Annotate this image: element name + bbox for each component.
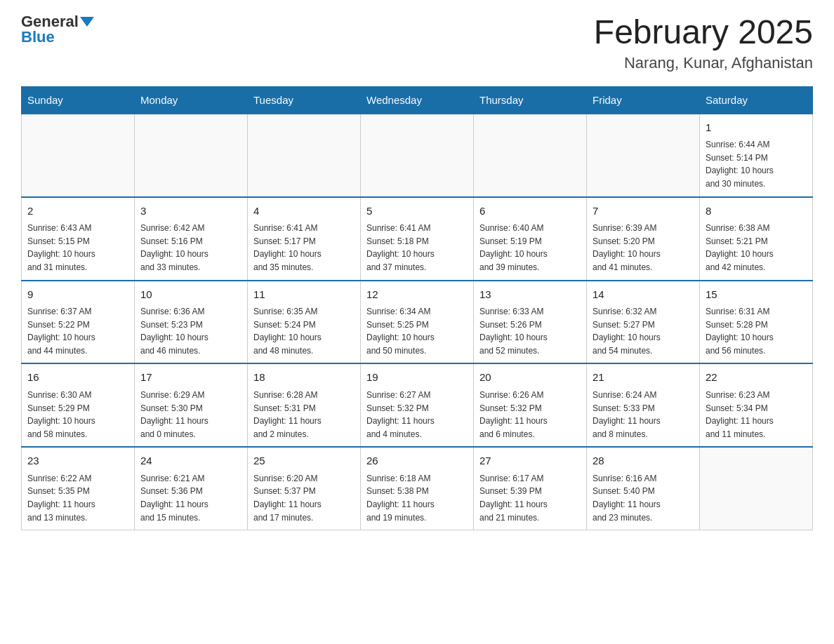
day-info: Sunrise: 6:20 AM Sunset: 5:37 PM Dayligh…	[253, 472, 355, 524]
weekday-header-saturday: Saturday	[700, 86, 813, 114]
day-number: 19	[366, 370, 468, 386]
weekday-header-sunday: Sunday	[22, 86, 135, 114]
day-info: Sunrise: 6:42 AM Sunset: 5:16 PM Dayligh…	[140, 222, 241, 274]
calendar-cell: 16Sunrise: 6:30 AM Sunset: 5:29 PM Dayli…	[22, 363, 135, 447]
calendar-cell	[22, 114, 135, 197]
day-number: 1	[706, 120, 807, 136]
page-header: General Blue February 2025 Narang, Kunar…	[21, 14, 813, 72]
logo-general-text: General	[21, 14, 79, 29]
calendar-cell: 4Sunrise: 6:41 AM Sunset: 5:17 PM Daylig…	[248, 197, 361, 281]
day-number: 28	[593, 453, 694, 469]
weekday-header-friday: Friday	[587, 86, 700, 114]
day-number: 7	[593, 203, 694, 220]
day-info: Sunrise: 6:21 AM Sunset: 5:36 PM Dayligh…	[140, 472, 241, 524]
calendar-table: SundayMondayTuesdayWednesdayThursdayFrid…	[21, 86, 813, 530]
day-info: Sunrise: 6:39 AM Sunset: 5:20 PM Dayligh…	[593, 222, 694, 274]
day-info: Sunrise: 6:18 AM Sunset: 5:38 PM Dayligh…	[366, 472, 468, 524]
day-info: Sunrise: 6:43 AM Sunset: 5:15 PM Dayligh…	[27, 222, 128, 274]
day-number: 25	[253, 453, 355, 469]
day-info: Sunrise: 6:30 AM Sunset: 5:29 PM Dayligh…	[27, 389, 128, 441]
day-info: Sunrise: 6:29 AM Sunset: 5:30 PM Dayligh…	[140, 389, 241, 441]
calendar-cell	[248, 114, 361, 197]
day-number: 11	[253, 287, 355, 303]
day-info: Sunrise: 6:41 AM Sunset: 5:18 PM Dayligh…	[366, 222, 468, 274]
calendar-cell: 9Sunrise: 6:37 AM Sunset: 5:22 PM Daylig…	[22, 281, 135, 364]
calendar-week-4: 16Sunrise: 6:30 AM Sunset: 5:29 PM Dayli…	[22, 363, 813, 447]
calendar-cell: 17Sunrise: 6:29 AM Sunset: 5:30 PM Dayli…	[135, 363, 248, 447]
day-info: Sunrise: 6:36 AM Sunset: 5:23 PM Dayligh…	[140, 305, 241, 357]
day-number: 23	[27, 453, 128, 469]
day-info: Sunrise: 6:41 AM Sunset: 5:17 PM Dayligh…	[253, 222, 355, 274]
day-info: Sunrise: 6:40 AM Sunset: 5:19 PM Dayligh…	[479, 222, 581, 274]
day-number: 15	[706, 287, 807, 303]
logo-blue-text: Blue	[21, 29, 55, 45]
weekday-header-tuesday: Tuesday	[248, 86, 361, 114]
day-info: Sunrise: 6:22 AM Sunset: 5:35 PM Dayligh…	[27, 472, 128, 524]
day-info: Sunrise: 6:23 AM Sunset: 5:34 PM Dayligh…	[706, 389, 807, 441]
title-block: February 2025 Narang, Kunar, Afghanistan	[594, 14, 813, 72]
calendar-cell: 24Sunrise: 6:21 AM Sunset: 5:36 PM Dayli…	[135, 447, 248, 530]
calendar-cell: 1Sunrise: 6:44 AM Sunset: 5:14 PM Daylig…	[700, 114, 813, 197]
day-number: 9	[27, 287, 128, 303]
calendar-cell: 11Sunrise: 6:35 AM Sunset: 5:24 PM Dayli…	[248, 281, 361, 364]
calendar-cell: 26Sunrise: 6:18 AM Sunset: 5:38 PM Dayli…	[361, 447, 474, 530]
weekday-header-row: SundayMondayTuesdayWednesdayThursdayFrid…	[22, 86, 813, 114]
day-info: Sunrise: 6:24 AM Sunset: 5:33 PM Dayligh…	[593, 389, 694, 441]
day-number: 2	[27, 203, 128, 220]
calendar-cell: 6Sunrise: 6:40 AM Sunset: 5:19 PM Daylig…	[474, 197, 587, 281]
calendar-cell	[587, 114, 700, 197]
day-info: Sunrise: 6:34 AM Sunset: 5:25 PM Dayligh…	[366, 305, 468, 357]
location-title: Narang, Kunar, Afghanistan	[594, 54, 813, 72]
calendar-week-1: 1Sunrise: 6:44 AM Sunset: 5:14 PM Daylig…	[22, 114, 813, 197]
logo-triangle-icon	[80, 17, 94, 27]
calendar-cell	[700, 447, 813, 530]
day-number: 3	[140, 203, 241, 220]
calendar-cell	[135, 114, 248, 197]
weekday-header-thursday: Thursday	[474, 86, 587, 114]
day-number: 13	[479, 287, 581, 303]
day-info: Sunrise: 6:32 AM Sunset: 5:27 PM Dayligh…	[593, 305, 694, 357]
calendar-cell: 23Sunrise: 6:22 AM Sunset: 5:35 PM Dayli…	[22, 447, 135, 530]
day-info: Sunrise: 6:31 AM Sunset: 5:28 PM Dayligh…	[706, 305, 807, 357]
day-number: 16	[27, 370, 128, 386]
calendar-cell	[361, 114, 474, 197]
day-number: 10	[140, 287, 241, 303]
calendar-cell: 27Sunrise: 6:17 AM Sunset: 5:39 PM Dayli…	[474, 447, 587, 530]
day-number: 5	[366, 203, 468, 220]
logo: General Blue	[21, 14, 94, 45]
day-number: 14	[593, 287, 694, 303]
day-info: Sunrise: 6:35 AM Sunset: 5:24 PM Dayligh…	[253, 305, 355, 357]
day-info: Sunrise: 6:27 AM Sunset: 5:32 PM Dayligh…	[366, 389, 468, 441]
calendar-week-5: 23Sunrise: 6:22 AM Sunset: 5:35 PM Dayli…	[22, 447, 813, 530]
calendar-cell: 12Sunrise: 6:34 AM Sunset: 5:25 PM Dayli…	[361, 281, 474, 364]
calendar-cell: 5Sunrise: 6:41 AM Sunset: 5:18 PM Daylig…	[361, 197, 474, 281]
calendar-cell	[474, 114, 587, 197]
day-info: Sunrise: 6:44 AM Sunset: 5:14 PM Dayligh…	[706, 138, 807, 190]
calendar-cell: 14Sunrise: 6:32 AM Sunset: 5:27 PM Dayli…	[587, 281, 700, 364]
calendar-cell: 28Sunrise: 6:16 AM Sunset: 5:40 PM Dayli…	[587, 447, 700, 530]
day-info: Sunrise: 6:33 AM Sunset: 5:26 PM Dayligh…	[479, 305, 581, 357]
day-info: Sunrise: 6:17 AM Sunset: 5:39 PM Dayligh…	[479, 472, 581, 524]
day-number: 12	[366, 287, 468, 303]
month-title: February 2025	[594, 14, 813, 51]
day-info: Sunrise: 6:37 AM Sunset: 5:22 PM Dayligh…	[27, 305, 128, 357]
day-number: 18	[253, 370, 355, 386]
day-number: 6	[479, 203, 581, 220]
day-number: 20	[479, 370, 581, 386]
day-number: 8	[706, 203, 807, 220]
calendar-cell: 3Sunrise: 6:42 AM Sunset: 5:16 PM Daylig…	[135, 197, 248, 281]
day-number: 26	[366, 453, 468, 469]
calendar-cell: 10Sunrise: 6:36 AM Sunset: 5:23 PM Dayli…	[135, 281, 248, 364]
calendar-cell: 13Sunrise: 6:33 AM Sunset: 5:26 PM Dayli…	[474, 281, 587, 364]
calendar-cell: 21Sunrise: 6:24 AM Sunset: 5:33 PM Dayli…	[587, 363, 700, 447]
calendar-cell: 8Sunrise: 6:38 AM Sunset: 5:21 PM Daylig…	[700, 197, 813, 281]
weekday-header-monday: Monday	[135, 86, 248, 114]
day-info: Sunrise: 6:26 AM Sunset: 5:32 PM Dayligh…	[479, 389, 581, 441]
calendar-cell: 2Sunrise: 6:43 AM Sunset: 5:15 PM Daylig…	[22, 197, 135, 281]
calendar-header: SundayMondayTuesdayWednesdayThursdayFrid…	[22, 86, 813, 114]
calendar-cell: 19Sunrise: 6:27 AM Sunset: 5:32 PM Dayli…	[361, 363, 474, 447]
calendar-cell: 22Sunrise: 6:23 AM Sunset: 5:34 PM Dayli…	[700, 363, 813, 447]
day-number: 17	[140, 370, 241, 386]
day-info: Sunrise: 6:38 AM Sunset: 5:21 PM Dayligh…	[706, 222, 807, 274]
calendar-week-2: 2Sunrise: 6:43 AM Sunset: 5:15 PM Daylig…	[22, 197, 813, 281]
